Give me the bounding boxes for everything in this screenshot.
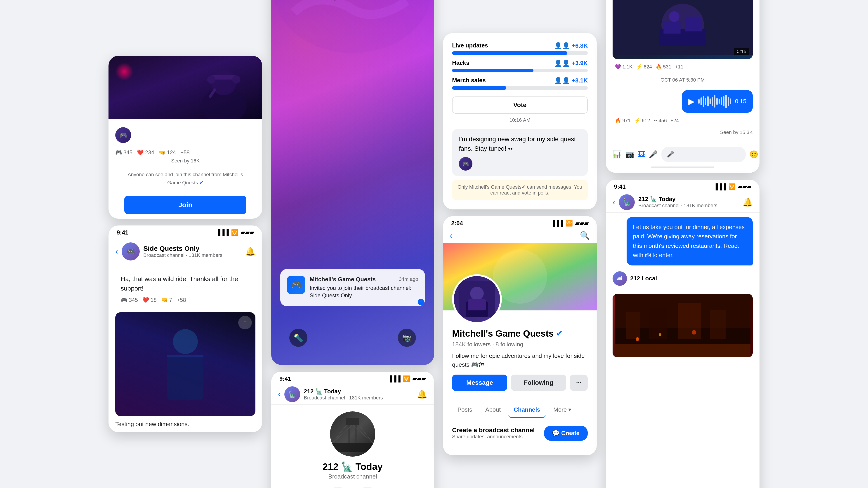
svg-point-43 (636, 337, 639, 341)
profile-stats: 184K followers · 8 following (452, 341, 588, 348)
camera-icon[interactable]: 📷 (398, 329, 416, 347)
poll-option-2: Hacks 👤👤 +3.9K (452, 59, 588, 72)
reactions-area: 🎮 🎮 345 ❤️ 234 🤜 124 +58 Seen by 16K Any… (108, 119, 262, 214)
svg-point-44 (659, 333, 661, 336)
hands-react: 🤜 7 (161, 297, 172, 303)
following-button[interactable]: Following (511, 375, 566, 391)
channel-info-p2b: 212 🗽 Today Broadcast channel · 181K mem… (304, 388, 383, 401)
post-caption: Testing out new dimensions. (108, 416, 262, 432)
message-input[interactable] (661, 147, 746, 162)
audio-reactions: 🔥 971 ⚡ 612 •• 456 +24 (613, 118, 753, 124)
messenger-icon-small: 💬 (552, 430, 559, 437)
notif-body-text: Invited you to join their broadcast chan… (310, 284, 418, 299)
restaurant-image (613, 294, 753, 357)
right-column: 🗽 212 🗽 Today Broadcast channel · 181K m… (606, 0, 760, 488)
camera-icon-btn[interactable]: 📷 (625, 148, 634, 161)
messenger-212-panel: 9:41 ▐▐▐ 🛜 ▰▰▰ ‹ 🗽 212 🗽 Today Broadcast… (606, 180, 760, 488)
notif-time: 34m ago (399, 276, 418, 282)
profile-avatar (452, 274, 502, 324)
bell-p6[interactable]: 🔔 (743, 197, 753, 207)
svg-rect-42 (710, 310, 725, 339)
channel-permission-note: Only Mitchell's Game Quests✔ can send me… (452, 180, 588, 200)
svg-rect-35 (685, 17, 702, 31)
audio-waveform (698, 95, 731, 108)
broadcast-channel-sub: Broadcast channel (328, 473, 377, 480)
channel-name-p2b: 212 🗽 Today (304, 388, 383, 395)
search-btn-profile[interactable]: 🔍 (580, 231, 590, 240)
wifi-p2b: 🛜 (403, 375, 410, 382)
back-btn-p6[interactable]: ‹ (613, 197, 615, 207)
wave-bar (698, 99, 700, 104)
battery-icon: ▰▰▰ (241, 229, 254, 236)
status-icons-p2b: ▐▐▐ 🛜 ▰▰▰ (388, 375, 426, 382)
messenger-right-panel: 🗽 212 🗽 Today Broadcast channel · 181K m… (606, 0, 760, 173)
chart-icon-btn[interactable]: 📊 (613, 148, 622, 161)
create-channel-text: Create a broadcast channel Share updates… (452, 427, 535, 440)
back-btn-profile[interactable]: ‹ (450, 231, 453, 240)
bridge-image (330, 412, 375, 457)
msg-chat-area-p6: Let us take you out for dinner, all expe… (606, 213, 760, 362)
video-thumbnail[interactable]: ▶ 0:15 (613, 0, 753, 59)
heart-react: ❤️ 18 (143, 297, 157, 303)
more-react: +58 (177, 297, 186, 303)
broadcast-avatar-img (330, 412, 375, 457)
sender-avatar-small: 🎮 (459, 157, 472, 170)
wave-bar (701, 97, 702, 105)
share-button[interactable]: ↑ (238, 316, 252, 329)
sender-info-section: 🏙 212 Local (613, 269, 753, 288)
dinner-message: Let us take you out for dinner, all expe… (627, 217, 753, 265)
signal-icon: ▐▐▐ (216, 229, 229, 236)
avatar-p6: 🗽 (619, 194, 635, 210)
mitchells-profile-panel: 2:04 ▐▐▐ 🛜 ▰▰▰ ‹ 🔍 (443, 216, 597, 455)
profile-bio: Follow me for epic adventures and my lov… (452, 352, 588, 369)
channel-avatar: 🎮 (122, 242, 140, 260)
notification-card[interactable]: 🎮 f Mitchell's Game Quests 34m ago Invit… (280, 269, 425, 306)
channel-header: ‹ 🎮 Side Quests Only Broadcast channel ·… (108, 238, 262, 265)
wave-bar (707, 96, 709, 106)
wifi-icon: 🛜 (231, 229, 238, 236)
side-quests-channel-card: 9:41 ▐▐▐ 🛜 ▰▰▰ ‹ 🎮 Side Quests Only Broa… (108, 225, 262, 432)
seen-count-messenger: Seen by 15.3K (613, 127, 753, 138)
vote-button[interactable]: Vote (452, 96, 588, 113)
profile-name-row: Mitchell's Game Quests ✔ (452, 328, 588, 339)
wave-bar (703, 96, 704, 107)
svg-point-6 (173, 329, 198, 354)
wave-bar (710, 98, 711, 104)
poll-profile-column: Live updates 👤👤 +6.8K Hacks 👤👤 +3.9K (443, 33, 597, 455)
image-icon-btn[interactable]: 🖼 (638, 148, 645, 161)
broadcast-profile-content: 212 🗽 Today Broadcast channel Invite (271, 404, 434, 488)
tab-more[interactable]: More ▾ (548, 402, 577, 418)
poll-label-3: Merch sales 👤👤 +3.1K (452, 77, 588, 84)
notification-phone: 9:41 ▐▐▐ 🛜 ▰▰▰ 🎮 f Mitchell's Game Quest… (271, 0, 434, 365)
profile-nav-bar: ‹ 🔍 (443, 229, 597, 242)
poll-label-2: Hacks 👤👤 +3.9K (452, 59, 588, 67)
emoji-icon-btn[interactable]: 🙂 (749, 148, 758, 161)
play-audio-icon[interactable]: ▶ (688, 97, 694, 106)
mic-icon-btn[interactable]: 🎤 (649, 148, 658, 161)
channel-avatar-p2b: 🗽 (284, 386, 300, 402)
invite-icon[interactable] (327, 487, 349, 488)
edit-icon[interactable]: ✏️ (356, 487, 379, 488)
poll-timestamp: 10:16 AM (452, 113, 588, 127)
back-btn-p2b[interactable]: ‹ (278, 390, 281, 399)
tab-posts[interactable]: Posts (452, 402, 477, 418)
join-button[interactable]: Join (124, 196, 246, 214)
tab-about[interactable]: About (480, 402, 506, 418)
svg-point-36 (669, 11, 680, 22)
bell-p2b[interactable]: 🔔 (417, 390, 427, 399)
post-reactions: 🎮 345 ❤️ 234 🤜 124 +58 (115, 149, 255, 156)
status-icons-p6: ▐▐▐ 🛜 ▰▰▰ (714, 183, 751, 190)
sender-name-212: 212 Local (630, 275, 657, 282)
flashlight-icon[interactable]: 🔦 (289, 329, 307, 347)
svg-rect-30 (468, 299, 486, 311)
create-channel-button[interactable]: 💬 Create (544, 426, 588, 441)
bell-icon[interactable]: 🔔 (245, 247, 255, 256)
heart-react-v: 💜 1.1K (615, 64, 632, 70)
more-options-button[interactable]: ··· (570, 375, 588, 391)
back-button[interactable]: ‹ (115, 247, 118, 256)
time-p2b: 9:41 (279, 375, 291, 382)
wave-bar (714, 95, 715, 107)
poll-label-1: Live updates 👤👤 +6.8K (452, 42, 588, 50)
message-button[interactable]: Message (452, 375, 507, 391)
tab-channels[interactable]: Channels (508, 402, 546, 418)
